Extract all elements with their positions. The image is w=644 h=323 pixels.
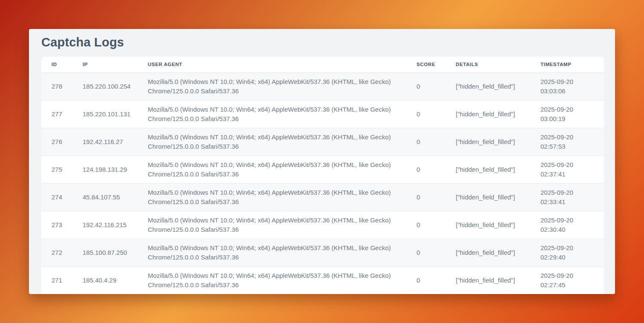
cell-score: 0: [406, 266, 446, 294]
cell-details: ["hidden_field_filled"]: [446, 100, 530, 128]
cell-timestamp: 2025-09-20 02:33:41: [530, 183, 604, 211]
table-row: 274 45.84.107.55 Mozilla/5.0 (Windows NT…: [41, 183, 604, 211]
cell-id: 273: [41, 211, 72, 239]
cell-details: ["hidden_field_filled"]: [446, 72, 530, 100]
column-header-id: ID: [41, 57, 72, 72]
column-header-details: DETAILS: [446, 57, 530, 72]
cell-score: 0: [406, 128, 446, 156]
cell-id: 275: [41, 156, 72, 183]
table-row: 277 185.220.101.131 Mozilla/5.0 (Windows…: [41, 100, 604, 128]
cell-details: ["hidden_field_filled"]: [446, 266, 530, 294]
cell-id: 276: [41, 128, 72, 156]
cell-user-agent: Mozilla/5.0 (Windows NT 10.0; Win64; x64…: [138, 156, 406, 183]
cell-score: 0: [406, 211, 446, 239]
cell-ip: 45.84.107.55: [72, 183, 138, 211]
table-row: 278 185.220.100.254 Mozilla/5.0 (Windows…: [41, 72, 604, 100]
cell-user-agent: Mozilla/5.0 (Windows NT 10.0; Win64; x64…: [138, 72, 406, 100]
cell-score: 0: [406, 183, 446, 211]
table-row: 276 192.42.116.27 Mozilla/5.0 (Windows N…: [41, 128, 604, 156]
table-row: 272 185.100.87.250 Mozilla/5.0 (Windows …: [41, 239, 604, 266]
cell-ip: 124.198.131.29: [72, 156, 138, 183]
cell-user-agent: Mozilla/5.0 (Windows NT 10.0; Win64; x64…: [138, 211, 406, 239]
cell-user-agent: Mozilla/5.0 (Windows NT 10.0; Win64; x64…: [138, 128, 406, 156]
cell-score: 0: [406, 72, 446, 100]
table-row: 273 192.42.116.215 Mozilla/5.0 (Windows …: [41, 211, 604, 239]
cell-timestamp: 2025-09-20 02:57:53: [530, 128, 604, 156]
cell-score: 0: [406, 100, 446, 128]
cell-details: ["hidden_field_filled"]: [446, 239, 530, 266]
cell-timestamp: 2025-09-20 02:27:45: [530, 266, 604, 294]
cell-id: 271: [41, 266, 72, 294]
cell-details: ["hidden_field_filled"]: [446, 211, 530, 239]
table-container: ID IP USER AGENT SCORE DETAILS TIMESTAMP…: [41, 57, 604, 294]
cell-id: 277: [41, 100, 72, 128]
cell-user-agent: Mozilla/5.0 (Windows NT 10.0; Win64; x64…: [138, 239, 406, 266]
table-body: 278 185.220.100.254 Mozilla/5.0 (Windows…: [41, 72, 604, 294]
cell-details: ["hidden_field_filled"]: [446, 156, 530, 183]
captcha-logs-card: Captcha Logs ID IP USER AGENT SCORE DETA…: [29, 29, 615, 294]
cell-ip: 185.40.4.29: [72, 266, 138, 294]
cell-ip: 192.42.116.27: [72, 128, 138, 156]
table-header: ID IP USER AGENT SCORE DETAILS TIMESTAMP: [41, 57, 604, 72]
cell-ip: 192.42.116.215: [72, 211, 138, 239]
cell-score: 0: [406, 156, 446, 183]
column-header-score: SCORE: [406, 57, 446, 72]
table-header-row: ID IP USER AGENT SCORE DETAILS TIMESTAMP: [41, 57, 604, 72]
page-background: { "page": { "title": "Captcha Logs" }, "…: [0, 0, 644, 323]
cell-ip: 185.100.87.250: [72, 239, 138, 266]
cell-details: ["hidden_field_filled"]: [446, 128, 530, 156]
cell-score: 0: [406, 239, 446, 266]
cell-details: ["hidden_field_filled"]: [446, 183, 530, 211]
captcha-logs-table: ID IP USER AGENT SCORE DETAILS TIMESTAMP…: [41, 57, 604, 294]
cell-user-agent: Mozilla/5.0 (Windows NT 10.0; Win64; x64…: [138, 183, 406, 211]
cell-timestamp: 2025-09-20 03:00:19: [530, 100, 604, 128]
cell-timestamp: 2025-09-20 02:29:40: [530, 239, 604, 266]
cell-user-agent: Mozilla/5.0 (Windows NT 10.0; Win64; x64…: [138, 100, 406, 128]
cell-timestamp: 2025-09-20 03:03:06: [530, 72, 604, 100]
page-title: Captcha Logs: [41, 35, 615, 49]
cell-user-agent: Mozilla/5.0 (Windows NT 10.0; Win64; x64…: [138, 266, 406, 294]
cell-id: 274: [41, 183, 72, 211]
cell-timestamp: 2025-09-20 02:30:40: [530, 211, 604, 239]
cell-ip: 185.220.100.254: [72, 72, 138, 100]
cell-id: 278: [41, 72, 72, 100]
cell-ip: 185.220.101.131: [72, 100, 138, 128]
cell-timestamp: 2025-09-20 02:37:41: [530, 156, 604, 183]
column-header-user-agent: USER AGENT: [138, 57, 406, 72]
table-row: 271 185.40.4.29 Mozilla/5.0 (Windows NT …: [41, 266, 604, 294]
column-header-timestamp: TIMESTAMP: [530, 57, 604, 72]
table-row: 275 124.198.131.29 Mozilla/5.0 (Windows …: [41, 156, 604, 183]
cell-id: 272: [41, 239, 72, 266]
column-header-ip: IP: [72, 57, 138, 72]
